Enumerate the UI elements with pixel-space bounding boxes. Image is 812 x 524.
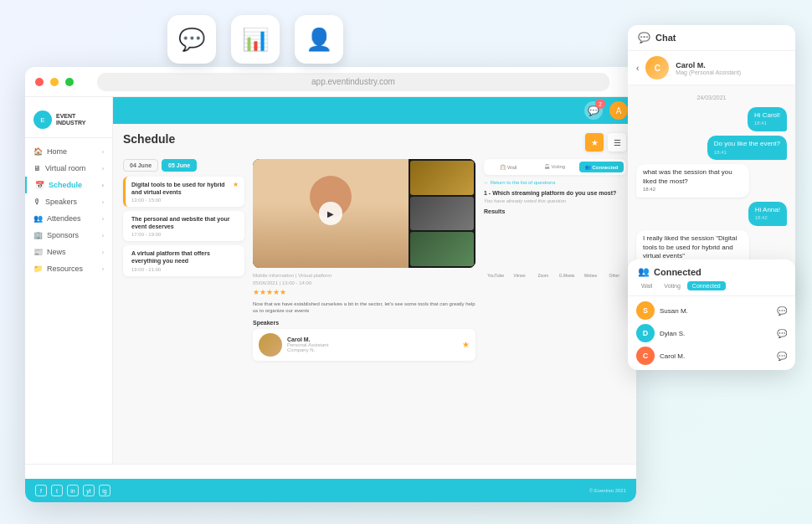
message-bubble: Do you like the event? 18:41 bbox=[707, 136, 787, 160]
connected-title: Connected bbox=[654, 267, 702, 277]
bar-column: Webex bbox=[580, 271, 600, 278]
sidebar-item-home[interactable]: 🏠Home › bbox=[25, 143, 112, 160]
app-content: E EVENTINDUSTRY 🏠Home › 🖥Virtual room › … bbox=[25, 97, 636, 502]
schedule-item-1[interactable]: The personal and website that your event… bbox=[123, 211, 244, 241]
sidebar: E EVENTINDUSTRY 🏠Home › 🖥Virtual room › … bbox=[25, 97, 113, 502]
schedule-item-0[interactable]: ★ Digital tools to be used for hybrid an… bbox=[123, 177, 244, 207]
connected-panel: 👥 Connected Wall Voting Connected S Susa… bbox=[628, 259, 795, 370]
logo-text: EVENTINDUSTRY bbox=[56, 113, 86, 126]
chevron-active-icon: › bbox=[102, 182, 104, 188]
star-filter-btn[interactable]: ★ bbox=[585, 133, 604, 152]
user-chat-icon[interactable]: 💬 bbox=[777, 306, 787, 316]
sidebar-item-resources[interactable]: 📁Resources › bbox=[25, 260, 112, 277]
user-chat-icon[interactable]: 💬 bbox=[777, 329, 787, 338]
user-avatar: C bbox=[636, 347, 655, 365]
item-time: 17:00 - 19:00 bbox=[131, 232, 239, 237]
item-title: Digital tools to be used for hybrid and … bbox=[131, 181, 239, 196]
thumbnail-2 bbox=[410, 197, 474, 231]
chevron-icon: › bbox=[102, 216, 104, 222]
schedule-icon: 📅 bbox=[35, 181, 44, 189]
video-area: ▶ Mobile information | Virtual platform bbox=[253, 159, 475, 361]
message-bubble: Hi Carol! 18:41 bbox=[748, 107, 787, 131]
user-avatar: D bbox=[636, 324, 655, 342]
connected-icon: 👥 bbox=[638, 266, 650, 277]
connected-list: S Susan M. 💬 D Dylan S. 💬 C Carol M. 💬 bbox=[628, 296, 795, 370]
chat-header-btn[interactable]: 💬 2 bbox=[584, 101, 603, 120]
schedule-layout: 04 June 05 June ★ Digital tools to be us… bbox=[123, 159, 626, 361]
msg-row-0: Hi Carol! 18:41 bbox=[636, 107, 787, 131]
list-view-btn[interactable]: ☰ bbox=[608, 133, 626, 152]
user-check-feature-icon[interactable]: 👤 bbox=[295, 15, 343, 64]
bar-column: G.Meets bbox=[557, 271, 577, 278]
page-title: Schedule bbox=[123, 132, 175, 146]
date-tab-04[interactable]: 04 June bbox=[123, 159, 158, 172]
back-to-questions[interactable]: ← Return to the list of questions bbox=[484, 180, 626, 185]
chat-header: 💬 Chat bbox=[628, 25, 795, 51]
conn-tab-wall[interactable]: Wall bbox=[636, 281, 657, 290]
attendees-icon: 👥 bbox=[33, 214, 43, 223]
schedule-toolbar: Schedule ★ ☰ bbox=[123, 132, 626, 152]
conn-tab-connected[interactable]: Connected bbox=[687, 281, 726, 290]
tab-voting[interactable]: 🗳 Voting bbox=[533, 162, 578, 172]
schedule-item-2[interactable]: A virtual platform that offers everythin… bbox=[123, 245, 244, 275]
results-label: Results bbox=[484, 208, 626, 214]
sidebar-item-virtual[interactable]: 🖥Virtual room › bbox=[25, 160, 112, 177]
thumbnail-3 bbox=[410, 232, 474, 266]
user-name: Dylan S. bbox=[660, 330, 772, 337]
user-name: Carol M. bbox=[660, 352, 772, 360]
bar-column: Other bbox=[604, 271, 624, 278]
sidebar-item-attendees[interactable]: 👥Attendees › bbox=[25, 210, 112, 227]
panel-tabs: 📋 Wall 🗳 Voting 👥 Connected bbox=[484, 159, 626, 175]
chat-date: 24/03/2021 bbox=[636, 95, 787, 100]
contact-role: Mag (Personal Assistant) bbox=[676, 69, 741, 75]
sidebar-item-speakers[interactable]: 🎙Speakers › bbox=[25, 193, 112, 210]
tab-wall[interactable]: 📋 Wall bbox=[486, 162, 531, 172]
user-name: Susan M. bbox=[660, 307, 772, 315]
speaker-info: Carol M. Personal Assistant Company N. bbox=[287, 336, 328, 352]
thumbnail-1 bbox=[410, 161, 474, 195]
sidebar-item-sponsors[interactable]: 🏢Sponsors › bbox=[25, 227, 112, 244]
minimize-dot[interactable] bbox=[50, 78, 59, 86]
schedule-list: 04 June 05 June ★ Digital tools to be us… bbox=[123, 159, 244, 361]
conn-tab-voting[interactable]: Voting bbox=[659, 281, 685, 290]
user-chat-icon[interactable]: 💬 bbox=[777, 352, 787, 361]
user-avatar-btn[interactable]: A bbox=[609, 101, 628, 120]
item-time: 19:00 - 21:00 bbox=[131, 267, 239, 272]
main-body: Schedule ★ ☰ 04 June 05 June ★ bbox=[113, 124, 636, 369]
bar-label: Webex bbox=[584, 273, 597, 278]
bar-label: Vimeo bbox=[513, 273, 525, 278]
chat-back-arrow[interactable]: ‹ bbox=[636, 64, 639, 73]
close-dot[interactable] bbox=[35, 78, 44, 86]
video-container[interactable]: ▶ bbox=[253, 159, 475, 268]
main-header: 💬 2 A bbox=[113, 97, 636, 124]
main-area: 💬 2 A Schedule ★ ☰ 04 Jun bbox=[113, 97, 636, 502]
chat-panel-title: Chat bbox=[655, 33, 676, 43]
bar-label: Zoom bbox=[537, 273, 548, 278]
analytics-feature-icon[interactable]: 📊 bbox=[231, 15, 280, 64]
bar-label: Other bbox=[609, 273, 620, 278]
url-bar[interactable]: app.eventindustry.com bbox=[97, 73, 609, 91]
toolbar-icons: ★ ☰ bbox=[585, 133, 626, 152]
session-date: 05/06/2021 | 13:00 - 14:00 bbox=[253, 280, 475, 285]
logo-icon: E bbox=[33, 110, 52, 129]
sidebar-item-schedule[interactable]: 📅Schedule › bbox=[25, 177, 112, 193]
maximize-dot[interactable] bbox=[65, 78, 74, 86]
resources-icon: 📁 bbox=[33, 265, 43, 273]
browser-window: app.eventindustry.com E EVENTINDUSTRY 🏠H… bbox=[25, 67, 636, 502]
date-tab-05[interactable]: 05 June bbox=[162, 159, 197, 172]
copyright: © Eventiso 2021 bbox=[589, 488, 626, 493]
chat-feature-icon[interactable]: 💬 bbox=[167, 15, 216, 64]
video-main: ▶ bbox=[253, 159, 409, 268]
session-meta: Mobile information | Virtual platform bbox=[253, 273, 475, 278]
speakers-icon: 🎙 bbox=[33, 198, 41, 206]
tab-connected[interactable]: 👥 Connected bbox=[579, 162, 624, 172]
question-header: 1 - Which streaming platform do you use … bbox=[484, 190, 626, 196]
session-stars: ★★★★★ bbox=[253, 288, 475, 296]
right-panel: 📋 Wall 🗳 Voting 👥 Connected ← Return to … bbox=[484, 159, 626, 361]
sidebar-item-news[interactable]: 📰News › bbox=[25, 244, 112, 260]
speaker-star-icon: ★ bbox=[462, 340, 470, 349]
contact-info: Carol M. Mag (Personal Assistant) bbox=[676, 61, 741, 75]
speaker-card[interactable]: Carol M. Personal Assistant Company N. ★ bbox=[253, 329, 475, 361]
play-button[interactable]: ▶ bbox=[319, 202, 342, 225]
chevron-icon: › bbox=[102, 199, 104, 205]
